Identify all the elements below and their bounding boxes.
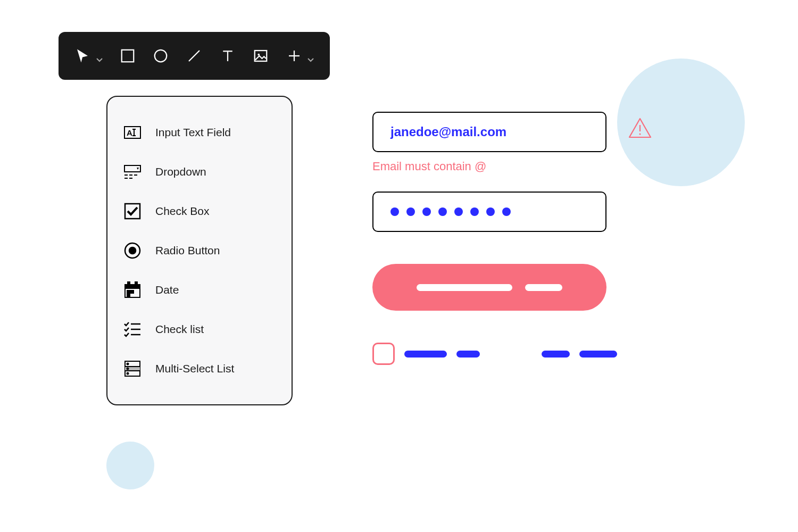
svg-marker-15 — [137, 168, 139, 170]
password-dot — [502, 207, 511, 216]
svg-point-40 — [127, 373, 129, 375]
placeholder-bar — [456, 351, 480, 358]
radio-icon — [122, 240, 143, 261]
password-input[interactable] — [372, 192, 606, 232]
svg-point-1 — [155, 50, 167, 62]
pointer-tool-button[interactable] — [74, 45, 91, 66]
palette-item-checklist[interactable]: Check list — [122, 310, 277, 349]
add-tool-caret-icon[interactable] — [307, 57, 314, 63]
input-text-icon: A — [122, 122, 143, 143]
svg-rect-0 — [122, 50, 134, 62]
palette-item-radio[interactable]: Radio Button — [122, 231, 277, 270]
decor-circle-small — [106, 442, 154, 489]
svg-rect-5 — [255, 51, 267, 61]
palette-item-multiselect[interactable]: Multi-Select List — [122, 349, 277, 388]
password-dot — [422, 207, 431, 216]
rectangle-tool-button[interactable] — [120, 45, 136, 66]
svg-rect-27 — [135, 282, 137, 285]
email-input[interactable]: janedoe@mail.com — [372, 112, 606, 152]
cta-placeholder-bar — [417, 284, 512, 291]
placeholder-bar — [542, 351, 570, 358]
checkbox-icon — [122, 201, 143, 221]
checklist-icon — [122, 319, 143, 339]
circle-tool-button[interactable] — [153, 45, 169, 66]
password-dot — [406, 207, 415, 216]
password-dot — [454, 207, 463, 216]
multiselect-icon — [122, 359, 143, 379]
placeholder-bar — [579, 351, 617, 358]
svg-line-2 — [189, 51, 200, 61]
email-value-text: janedoe@mail.com — [390, 124, 506, 139]
cta-placeholder-bar — [525, 284, 562, 291]
component-palette: A Input Text Field Dropdown — [106, 96, 293, 405]
palette-item-label: Radio Button — [155, 244, 220, 257]
palette-item-label: Multi-Select List — [155, 362, 234, 375]
dropdown-icon — [122, 162, 143, 182]
svg-point-23 — [129, 247, 136, 254]
pointer-tool-caret-icon[interactable] — [96, 57, 103, 63]
shape-toolbar — [59, 32, 330, 80]
svg-point-38 — [127, 363, 129, 365]
primary-cta-button[interactable] — [372, 264, 606, 311]
password-dot — [470, 207, 479, 216]
date-icon — [122, 280, 143, 300]
password-dot — [390, 207, 399, 216]
svg-point-43 — [639, 134, 641, 135]
checkbox-row — [372, 343, 617, 365]
svg-text:A: A — [127, 128, 132, 137]
palette-item-date[interactable]: Date — [122, 270, 277, 310]
palette-item-label: Dropdown — [155, 165, 206, 178]
warning-icon — [628, 116, 652, 143]
svg-rect-28 — [127, 290, 130, 293]
palette-item-label: Check list — [155, 323, 204, 336]
image-tool-button[interactable] — [253, 45, 269, 66]
email-error-text: Email must contain @ — [372, 160, 628, 173]
password-dot — [438, 207, 447, 216]
svg-rect-26 — [128, 282, 130, 285]
password-dot — [486, 207, 495, 216]
palette-item-checkbox[interactable]: Check Box — [122, 192, 277, 231]
text-tool-button[interactable] — [219, 45, 236, 66]
palette-item-label: Check Box — [155, 205, 210, 218]
line-tool-button[interactable] — [186, 45, 203, 66]
form-preview: janedoe@mail.com Email must contain @ — [372, 112, 628, 365]
palette-item-input-text[interactable]: A Input Text Field — [122, 113, 277, 152]
svg-rect-29 — [131, 290, 134, 293]
palette-item-label: Input Text Field — [155, 126, 231, 139]
svg-point-39 — [127, 368, 129, 370]
palette-item-dropdown[interactable]: Dropdown — [122, 152, 277, 192]
add-tool-button[interactable] — [286, 45, 302, 66]
placeholder-bar — [404, 351, 447, 358]
palette-item-label: Date — [155, 284, 179, 296]
svg-rect-30 — [127, 294, 130, 297]
terms-checkbox[interactable] — [372, 343, 395, 365]
